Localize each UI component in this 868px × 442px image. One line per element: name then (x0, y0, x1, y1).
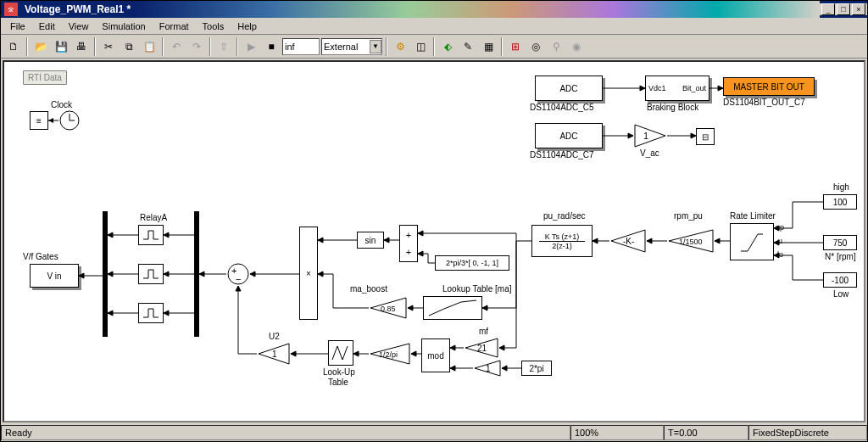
lookup-ma-label: Lookup Table [ma] (442, 284, 512, 294)
copy-icon[interactable]: ⧉ (120, 37, 138, 56)
mode-value[interactable] (322, 41, 370, 53)
svg-marker-44 (418, 231, 423, 236)
gain-const1[interactable]: 1 (473, 359, 502, 378)
model-canvas[interactable]: RTI Data Clock ≡ ADC DS1104ADC_C5 Vdc1 B… (3, 60, 865, 422)
app-window: ※ Voltage_PWM_Real1 * _ □ × File Edit Vi… (0, 0, 868, 442)
rti-data-block[interactable]: RTI Data (23, 70, 67, 85)
adc-block-c7[interactable]: ADC (535, 123, 603, 148)
gain-inv2pi[interactable]: 1/2/pi (369, 342, 411, 366)
svg-marker-56 (499, 345, 504, 350)
gain-vac[interactable]: 1 (633, 123, 667, 148)
tool-icon-2[interactable]: ◫ (411, 37, 430, 56)
menu-format[interactable]: Format (153, 20, 195, 33)
u2-label: U2 (269, 332, 280, 341)
brake-in-port: Vdc1 (648, 84, 666, 92)
adc2-label: DS1104ADC_C7 (530, 150, 594, 159)
tool-icon-9[interactable]: ◉ (567, 37, 586, 56)
adc-block-c5[interactable]: ADC (535, 76, 603, 101)
product-block[interactable]: × (299, 227, 318, 320)
demux-bar-left[interactable] (103, 211, 108, 337)
print-icon[interactable]: 🖶 (72, 37, 91, 56)
mode-select[interactable]: ▼ (321, 38, 382, 55)
svg-marker-4 (48, 118, 53, 123)
const-nrpm[interactable]: 750 (823, 235, 857, 250)
terminator-block[interactable]: ⊟ (696, 128, 715, 145)
const-low[interactable]: -100 (823, 272, 857, 288)
lookup-table-block[interactable] (328, 340, 353, 366)
vf-gates-block[interactable]: V in (30, 264, 79, 288)
gain-u2[interactable]: 1 (257, 342, 291, 366)
minimize-button[interactable]: _ (821, 3, 835, 15)
rate-up: up (776, 223, 784, 232)
new-icon[interactable]: 🗋 (4, 37, 23, 56)
maximize-button[interactable]: □ (837, 3, 850, 15)
gain-rpm[interactable]: 1/1500 (667, 228, 715, 254)
menu-simulation[interactable]: Simulation (96, 20, 151, 33)
svg-text:−: − (236, 274, 241, 284)
const-2pi[interactable]: 2*pi (521, 361, 552, 376)
menu-help[interactable]: Help (231, 20, 263, 33)
tool-icon-4[interactable]: ✎ (459, 37, 477, 56)
lut-lbl2: Table (328, 378, 348, 387)
svg-marker-47 (384, 238, 389, 243)
save-icon[interactable]: 💾 (52, 37, 70, 56)
tool-icon-7[interactable]: ◎ (526, 37, 545, 56)
undo-icon[interactable]: ↶ (167, 37, 186, 56)
stop-icon[interactable]: ■ (262, 37, 281, 56)
tool-icon-3[interactable]: ⬖ (438, 37, 457, 56)
phase-const[interactable]: 2*pi/3*[ 0, -1, 1] (435, 255, 509, 271)
clock-icon[interactable] (58, 109, 81, 131)
paste-icon[interactable]: 📋 (140, 37, 159, 56)
relay-block-1[interactable] (138, 225, 164, 245)
tool-icon-1[interactable]: ⚙ (391, 37, 409, 56)
menu-tools[interactable]: Tools (197, 20, 231, 33)
master-label: DS1104BIT_OUT_C7 (723, 98, 805, 107)
gain-ma-boost[interactable]: 0.85 (369, 296, 408, 320)
discrete-tf-block[interactable]: K Ts (z+1) 2(z-1) (531, 225, 593, 257)
sin-block[interactable]: sin (357, 232, 384, 249)
display-block[interactable]: ≡ (30, 111, 48, 130)
stoptime-input[interactable] (282, 38, 320, 55)
status-ready: Ready (1, 425, 570, 440)
master-bit-out-block[interactable]: MASTER BIT OUT (723, 77, 815, 96)
tool-icon-8[interactable]: ⚲ (547, 37, 565, 56)
tool-icon-5[interactable]: ▦ (479, 37, 498, 56)
svg-marker-62 (450, 345, 455, 350)
lookup-ma-block[interactable] (423, 296, 482, 320)
close-button[interactable]: × (852, 3, 865, 15)
menu-file[interactable]: File (4, 20, 31, 33)
rate-limiter-block[interactable] (730, 223, 774, 260)
svg-text:0.85: 0.85 (381, 305, 396, 313)
svg-marker-41 (647, 238, 652, 243)
relay-block-3[interactable] (138, 303, 164, 323)
status-time: T=0.00 (664, 425, 748, 440)
const-high[interactable]: 100 (823, 194, 857, 210)
status-pct: 100% (570, 425, 664, 440)
high-label: high (833, 182, 849, 192)
cut-icon[interactable]: ✂ (99, 37, 118, 56)
mod-block[interactable]: mod (421, 338, 450, 372)
play-icon[interactable]: ▶ (242, 37, 260, 56)
sum-block[interactable]: ++ (399, 225, 418, 262)
mux-bar-right[interactable] (194, 211, 199, 337)
svg-marker-53 (318, 271, 323, 277)
menu-edit[interactable]: Edit (33, 20, 61, 33)
open-icon[interactable]: 📂 (31, 37, 50, 56)
svg-marker-50 (482, 305, 487, 311)
gain-mf[interactable]: 21 (464, 337, 499, 359)
dropdown-icon[interactable]: ▼ (370, 40, 381, 53)
braking-block[interactable]: Vdc1 Bit_out (645, 76, 709, 101)
sum-circle[interactable]: +− (226, 262, 250, 286)
titlebar: ※ Voltage_PWM_Real1 * _ □ × (1, 1, 867, 18)
menu-view[interactable]: View (63, 20, 95, 33)
svg-text:21: 21 (477, 344, 487, 353)
tool-icon-6[interactable]: ⊞ (506, 37, 525, 56)
svg-text:1: 1 (643, 131, 648, 141)
low-label: Low (833, 289, 849, 299)
nav-up-icon[interactable]: ⇧ (214, 37, 233, 56)
svg-marker-79 (108, 232, 113, 238)
svg-marker-85 (79, 273, 84, 278)
gain-k[interactable]: -K- (609, 228, 647, 254)
relay-block-2[interactable] (138, 264, 164, 284)
redo-icon[interactable]: ↷ (187, 37, 206, 56)
